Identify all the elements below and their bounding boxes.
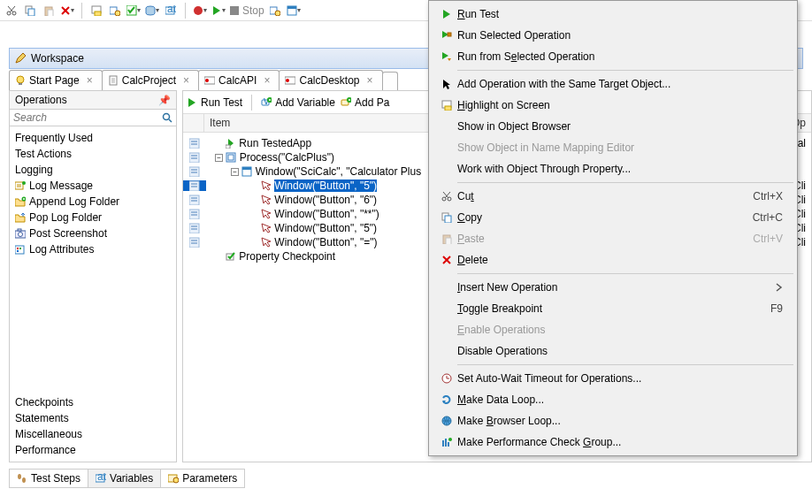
bottom-tabs: Test Steps Variables Parameters xyxy=(9,469,244,488)
tab-more[interactable] xyxy=(382,72,398,90)
bulb-icon xyxy=(15,75,26,86)
op-group[interactable]: Performance xyxy=(10,442,176,458)
workspace-title: Workspace xyxy=(31,52,84,65)
ctx-data-loop[interactable]: Make Data Loop... xyxy=(431,389,795,410)
ctx-perf-group[interactable]: Make Performance Check Group... xyxy=(431,431,795,453)
cut-button[interactable] xyxy=(4,3,19,19)
close-icon[interactable]: × xyxy=(87,74,93,87)
ctx-add-op[interactable]: Add Operation with the Same Target Objec… xyxy=(431,73,795,95)
op-pop-folder[interactable]: Pop Log Folder xyxy=(10,210,176,225)
tab-variables[interactable]: Variables xyxy=(88,469,161,488)
vars-icon xyxy=(96,473,106,484)
context-menu: Run Test Run Selected Operation Run from… xyxy=(428,0,798,456)
op-group[interactable]: Test Actions xyxy=(10,146,176,162)
ctx-enable-ops: Enable Operations xyxy=(431,319,795,340)
feet-icon xyxy=(17,473,27,484)
tab-calcdesktop[interactable]: CalcDesktop× xyxy=(279,70,382,90)
operations-list: Frequently Used Test Actions Logging Log… xyxy=(9,126,177,462)
ctx-work-property[interactable]: Work with Object Through Property... xyxy=(431,158,795,179)
ctx-browser-loop[interactable]: Make Browser Loop... xyxy=(431,410,795,431)
op-append-folder[interactable]: Append Log Folder xyxy=(10,194,176,210)
ctx-auto-wait[interactable]: Set Auto-Wait Timeout for Operations... xyxy=(431,368,795,389)
props-button[interactable] xyxy=(163,3,179,19)
paste-button[interactable] xyxy=(41,3,57,19)
page-icon xyxy=(108,75,119,86)
search-box[interactable] xyxy=(9,109,177,126)
tab-start-page[interactable]: Start Page× xyxy=(9,70,103,90)
ctx-disable-ops[interactable]: Disable Operations xyxy=(431,340,795,362)
add-variable-button[interactable]: Add Variable xyxy=(261,96,335,109)
op-log-message[interactable]: Log Message xyxy=(10,178,176,194)
pin-icon[interactable]: 📌 xyxy=(158,95,171,106)
tool2-button[interactable]: ▾ xyxy=(286,3,302,19)
operations-panel: Operations 📌 Frequently Used Test Action… xyxy=(9,90,177,462)
tab-calcapi[interactable]: CalcAPI× xyxy=(198,70,280,90)
op-post-screenshot[interactable]: Post Screenshot xyxy=(10,225,176,241)
op-group[interactable]: Logging xyxy=(10,162,176,178)
search-icon[interactable] xyxy=(162,112,172,123)
close-icon[interactable]: × xyxy=(183,74,189,87)
ctx-copy[interactable]: CopyCtrl+C xyxy=(431,207,795,228)
op-group[interactable]: Frequently Used xyxy=(10,130,176,146)
ctx-show-browser[interactable]: Show in Object Browser xyxy=(431,116,795,137)
params-icon xyxy=(168,473,179,484)
close-icon[interactable]: × xyxy=(367,74,373,87)
ctx-show-mapping: Show Object in Name Mapping Editor xyxy=(431,137,795,158)
operations-title: Operations 📌 xyxy=(9,90,177,110)
rec-icon xyxy=(204,75,215,86)
rec-icon xyxy=(285,75,295,86)
stop-button[interactable]: Stop xyxy=(229,3,264,19)
ctx-toggle-bp[interactable]: Toggle BreakpointF9 xyxy=(431,298,795,319)
op-group[interactable]: Miscellaneous xyxy=(10,426,176,442)
ctx-insert-op[interactable]: Insert New Operation xyxy=(431,277,795,298)
tab-calcproject[interactable]: CalcProject× xyxy=(102,70,199,90)
highlight-button[interactable] xyxy=(88,3,104,19)
add-parameter-button[interactable]: Add Pa xyxy=(341,96,389,109)
search-input[interactable] xyxy=(13,111,162,124)
tab-test-steps[interactable]: Test Steps xyxy=(9,469,88,488)
delete-dropdown[interactable]: ▾ xyxy=(59,3,75,19)
run-dropdown[interactable]: ▾ xyxy=(211,3,226,19)
op-group[interactable]: Statements xyxy=(10,410,176,426)
copy-button[interactable] xyxy=(22,3,38,19)
ctx-highlight[interactable]: Highlight on Screen xyxy=(431,95,795,116)
ctx-delete[interactable]: Delete xyxy=(431,249,795,271)
op-group[interactable]: Checkpoints xyxy=(10,394,176,410)
tool-button[interactable] xyxy=(267,3,283,19)
run-test-button[interactable]: Run Test xyxy=(187,96,242,109)
pencil-icon xyxy=(15,53,26,64)
ctx-run-from[interactable]: Run from Selected Operation xyxy=(431,46,795,67)
ctx-paste: PasteCtrl+V xyxy=(431,228,795,249)
op-log-attributes[interactable]: Log Attributes xyxy=(10,241,176,257)
check-dropdown[interactable]: ▾ xyxy=(126,3,142,19)
close-icon[interactable]: × xyxy=(264,74,270,87)
objspy-button[interactable] xyxy=(107,3,123,19)
record-dropdown[interactable]: ▾ xyxy=(192,3,208,19)
ctx-run-test[interactable]: Run Test xyxy=(431,4,795,25)
db-dropdown[interactable]: ▾ xyxy=(144,3,160,19)
ctx-cut[interactable]: CutCtrl+X xyxy=(431,186,795,207)
tab-parameters[interactable]: Parameters xyxy=(160,469,245,488)
chevron-right-icon xyxy=(774,282,783,293)
ctx-run-selected[interactable]: Run Selected Operation xyxy=(431,25,795,46)
